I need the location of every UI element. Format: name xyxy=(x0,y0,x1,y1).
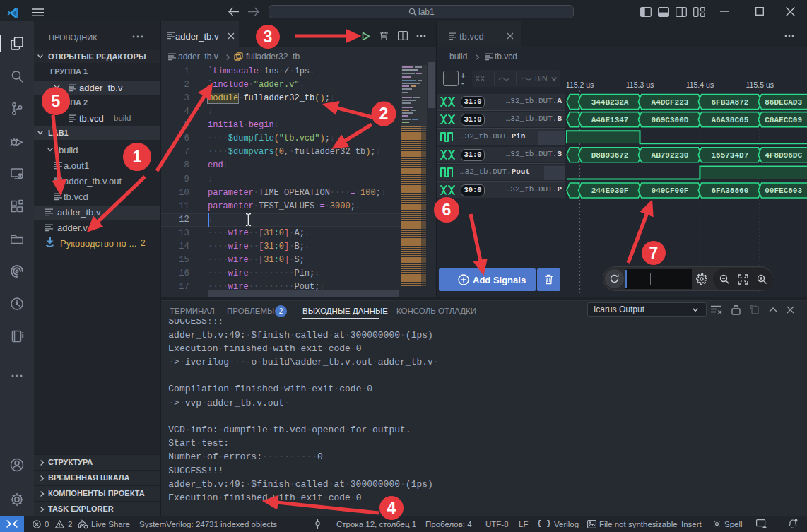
svg-text:2: 2 xyxy=(379,105,389,123)
svg-text:1: 1 xyxy=(133,148,142,166)
svg-text:7: 7 xyxy=(649,244,659,262)
svg-text:3: 3 xyxy=(264,28,273,46)
svg-text:5: 5 xyxy=(52,92,61,110)
svg-text:4: 4 xyxy=(387,499,396,517)
svg-text:6: 6 xyxy=(442,201,452,219)
